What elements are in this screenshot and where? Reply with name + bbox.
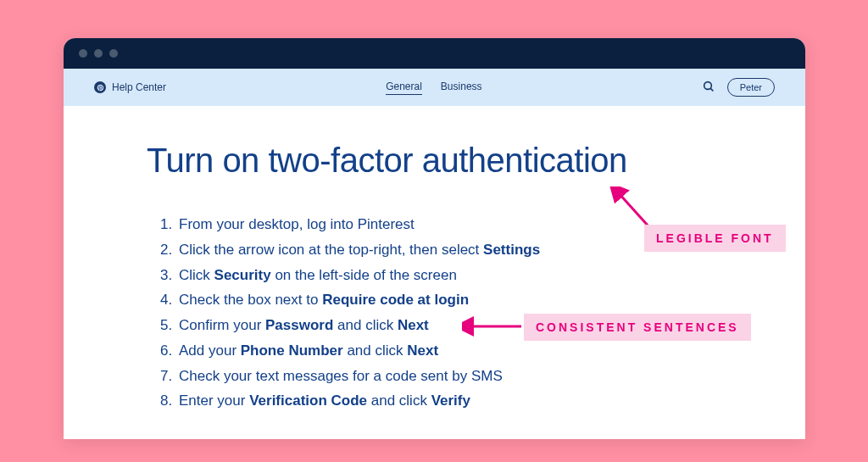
list-item: Enter your Verification Code and click V… xyxy=(179,388,722,414)
list-item: Check the box next to Require code at lo… xyxy=(179,287,722,313)
nav-right: Peter xyxy=(702,78,775,97)
search-icon[interactable] xyxy=(702,80,715,96)
window-control-zoom[interactable] xyxy=(109,49,118,58)
window-title-bar xyxy=(64,38,805,69)
top-nav: Help Center General Business Peter xyxy=(64,69,805,106)
list-item: Check your text messages for a code sent… xyxy=(179,364,722,389)
list-item: Click Security on the left-side of the s… xyxy=(179,263,722,288)
window-control-close[interactable] xyxy=(79,49,87,58)
svg-point-0 xyxy=(704,81,711,89)
article-content: Turn on two-factor authentication From y… xyxy=(64,106,805,439)
pinterest-logo-icon xyxy=(94,81,106,93)
list-item: From your desktop, log into Pinterest xyxy=(179,212,722,237)
steps-list: From your desktop, log into Pinterest Cl… xyxy=(147,212,722,414)
page-title: Turn on two-factor authentication xyxy=(147,142,722,180)
nav-brand[interactable]: Help Center xyxy=(94,81,166,93)
help-center-label: Help Center xyxy=(112,81,166,93)
list-item: Add your Phone Number and click Next xyxy=(179,338,722,364)
tab-business[interactable]: Business xyxy=(441,81,482,95)
tab-general[interactable]: General xyxy=(386,81,422,95)
list-item: Click the arrow icon at the top-right, t… xyxy=(179,237,722,263)
window-control-minimize[interactable] xyxy=(94,49,103,58)
annotation-legible-font: LEGIBLE FONT xyxy=(644,225,786,252)
user-pill[interactable]: Peter xyxy=(727,78,775,97)
svg-line-1 xyxy=(710,88,713,91)
nav-tabs: General Business xyxy=(166,81,702,95)
annotation-consistent-sentences: CONSISTENT SENTENCES xyxy=(524,314,751,341)
